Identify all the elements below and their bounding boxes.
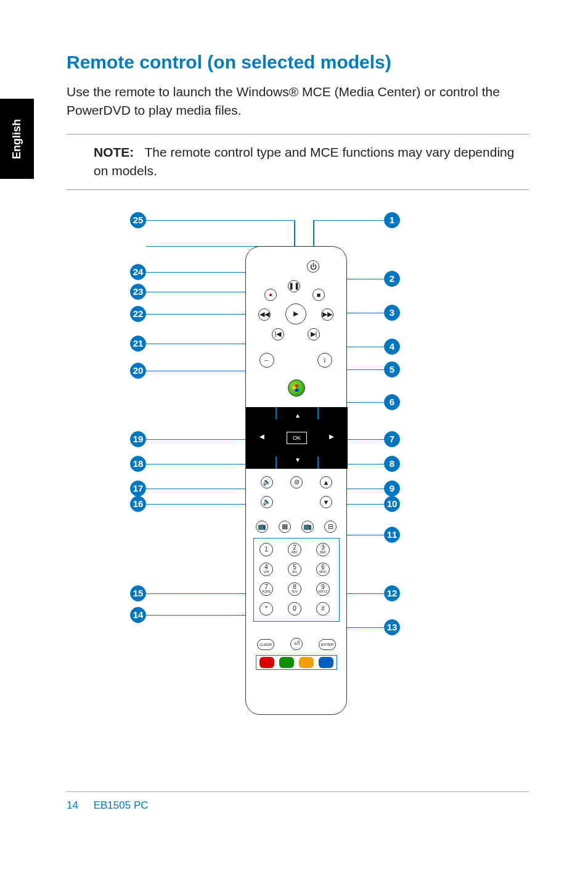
leader: [276, 456, 277, 469]
power-button-icon: ⏻: [307, 260, 319, 273]
callout-14: 14: [130, 607, 146, 623]
callout-23: 23: [130, 284, 146, 300]
nav-down-icon: ▼: [295, 456, 301, 463]
mute-icon: ⊘: [290, 476, 303, 489]
navigation-pad: ▲ ◀ OK ▶ ▼: [246, 407, 348, 469]
keypad-*: *: [259, 602, 273, 616]
stop-icon: ■: [312, 289, 325, 301]
tv-record-icon: 📺: [256, 521, 268, 533]
callout-17: 17: [130, 481, 146, 497]
callout-13: 13: [384, 619, 400, 635]
page-heading: Remote control (on selected models): [67, 52, 529, 73]
pause-icon: ❚❚: [288, 280, 300, 292]
nav-left-icon: ◀: [259, 433, 264, 440]
nav-up-icon: ▲: [295, 412, 301, 419]
callout-7: 7: [384, 431, 400, 447]
rewind-icon: ◀◀: [258, 308, 271, 321]
remote-diagram: 26 25 24 23 22 21 20 19 18 17 16 15 14 1…: [125, 212, 470, 724]
callout-22: 22: [130, 306, 146, 322]
windows-button-icon: [288, 379, 305, 397]
keypad-4: 4GHI: [259, 563, 273, 576]
callout-3: 3: [384, 305, 400, 321]
callout-10: 10: [384, 496, 400, 512]
keypad-#: #: [316, 602, 330, 616]
leader: [342, 593, 384, 595]
channel-up-icon: ▲: [320, 476, 332, 489]
keypad-0: 0: [288, 602, 301, 616]
language-tab: English: [0, 99, 34, 179]
leader: [146, 344, 256, 345]
keypad-8: 8TUV: [288, 582, 301, 596]
info-icon: i: [317, 353, 332, 368]
callout-1: 1: [384, 212, 400, 228]
leader: [342, 627, 384, 629]
callout-16: 16: [130, 496, 146, 512]
callout-21: 21: [130, 336, 146, 352]
volume-down-icon: 🔉: [261, 496, 273, 508]
previous-icon: |◀: [272, 328, 284, 340]
color-button: [279, 657, 294, 668]
leader: [146, 220, 294, 221]
teletext-icon: ⏎: [290, 638, 303, 650]
callout-4: 4: [384, 339, 400, 355]
record-icon: ●: [264, 289, 277, 301]
back-icon: ←: [259, 353, 274, 368]
clear-button: CLEAR: [257, 639, 274, 650]
page-footer: 14 EB1505 PC: [67, 791, 529, 812]
leader: [317, 407, 319, 419]
leader: [146, 504, 250, 505]
callout-5: 5: [384, 361, 400, 377]
leader: [146, 593, 250, 595]
callout-15: 15: [130, 585, 146, 601]
callout-25: 25: [130, 212, 146, 228]
nav-right-icon: ▶: [329, 433, 334, 440]
guide-icon: ▦: [279, 521, 291, 533]
dvd-menu-icon: ⊟: [324, 521, 337, 533]
channel-down-icon: ▼: [320, 496, 332, 508]
note-box: NOTE: The remote control type and MCE fu…: [67, 134, 529, 190]
next-icon: ▶|: [308, 328, 320, 340]
leader: [146, 371, 254, 372]
keypad-6: 6MNO: [316, 563, 330, 576]
callout-12: 12: [384, 585, 400, 601]
callout-24: 24: [130, 264, 146, 280]
enter-button: ENTER: [319, 639, 336, 650]
keypad-3: 3DEF: [316, 543, 330, 556]
volume-icon: 🔊: [261, 476, 273, 489]
note-label: NOTE:: [94, 145, 134, 159]
keypad-9: 9WXYZ: [316, 582, 330, 596]
footer-model: EB1505 PC: [94, 799, 149, 811]
remote-body: ⏻ ❚❚ ● ■ ◀◀ ▶ ▶▶ |◀ ▶| ← i ▲: [245, 246, 347, 715]
leader: [146, 489, 248, 490]
fast-forward-icon: ▶▶: [321, 308, 333, 321]
intro-paragraph: Use the remote to launch the Windows® MC…: [67, 83, 529, 120]
callout-19: 19: [130, 431, 146, 447]
keypad-5: 5JKL: [288, 563, 301, 576]
leader: [343, 504, 384, 505]
leader: [146, 292, 256, 293]
leader: [146, 615, 250, 616]
leader: [342, 535, 384, 536]
color-button: [319, 657, 333, 668]
play-icon: ▶: [285, 303, 306, 324]
callout-11: 11: [384, 527, 400, 543]
page-content: Remote control (on selected models) Use …: [67, 52, 529, 724]
callout-6: 6: [384, 394, 400, 410]
keypad-1: 1: [259, 543, 273, 556]
keypad-7: 7PQRS: [259, 582, 273, 596]
callout-2: 2: [384, 271, 400, 287]
color-button: [259, 657, 274, 668]
page-number: 14: [67, 799, 78, 811]
leader: [276, 407, 277, 419]
leader: [146, 272, 262, 273]
leader: [146, 314, 255, 315]
live-tv-icon: 📺: [301, 521, 314, 533]
nav-ok-button: OK: [287, 432, 307, 444]
note-text: The remote control type and MCE function…: [94, 145, 514, 178]
callout-9: 9: [384, 481, 400, 497]
keypad-2: 2ABC: [288, 543, 301, 556]
leader: [146, 464, 252, 465]
leader: [313, 220, 384, 221]
color-button: [299, 657, 314, 668]
callout-18: 18: [130, 456, 146, 472]
